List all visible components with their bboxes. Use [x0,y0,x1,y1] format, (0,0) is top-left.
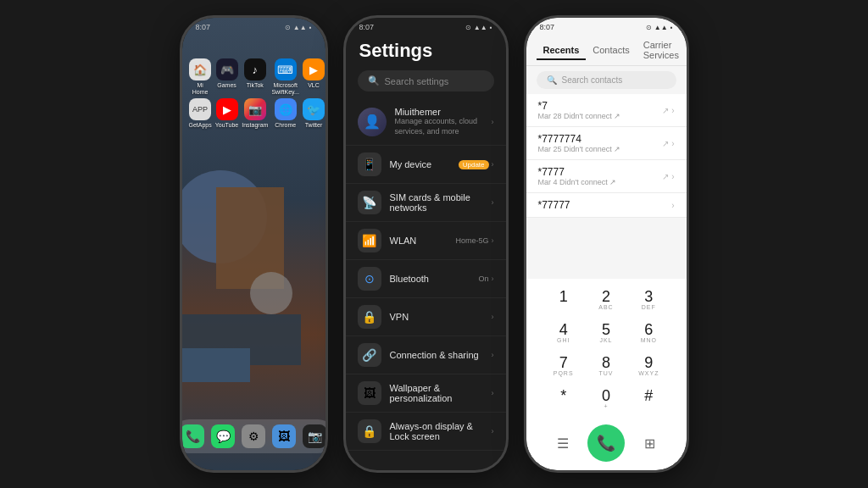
app-games[interactable]: 🎮 Games [215,58,239,95]
update-badge: Update [459,160,489,169]
bluetooth-title: Bluetooth [390,274,470,284]
sim-title: SIM cards & mobile networks [390,192,483,213]
app-mihome[interactable]: 🏠 Mi Home [189,58,212,95]
miuithemer-subtitle: Manage accounts, cloud services, and mor… [395,117,483,136]
settings-search-bar[interactable]: 🔍 Search settings [358,70,494,92]
app-tiktok[interactable]: ♪ TikTok [242,58,268,95]
settings-item-aod[interactable]: 🔒 Always-on display & Lock screen › [346,413,506,451]
dialer-actions: ☰ 📞 ⊞ [526,419,687,470]
outgoing-call-icon: ↗ › [662,106,674,115]
app-youtube[interactable]: ▶ YouTube [215,98,239,129]
time-dialer: 8:07 [540,23,555,31]
recent-item-4[interactable]: *77777 › [526,193,687,218]
status-bar-dialer: 8:07 ⊙ ▲▲ ▪ [526,18,687,33]
status-icons-dialer: ⊙ ▲▲ ▪ [646,24,673,31]
status-icons-settings: ⊙ ▲▲ ▪ [465,24,492,31]
dial-key-8[interactable]: 8 TUV [586,350,626,381]
settings-item-sim[interactable]: 📡 SIM cards & mobile networks › [346,184,506,222]
dial-key-6[interactable]: 6 MNO [628,317,669,348]
recent-date: Mar 28 Didn't connect ↗ [538,112,621,120]
recent-item-1[interactable]: *7 Mar 28 Didn't connect ↗ ↗ › [526,94,687,127]
dial-key-9[interactable]: 9 WXYZ [628,350,669,381]
settings-list: 👤 Miuithemer Manage accounts, cloud serv… [346,98,506,470]
app-twitter[interactable]: 🐦 Twitter [303,98,325,129]
status-bar-home: 8:07 ⊙ ▲▲ ▪ [182,18,326,33]
tab-recents[interactable]: Recents [537,42,587,60]
menu-button[interactable]: ☰ [548,428,578,458]
bluetooth-icon: ⊙ [646,24,652,31]
signal-icon: ▲▲ [474,24,487,31]
settings-item-mydevice[interactable]: 📱 My device Update › [346,146,506,184]
dial-key-1[interactable]: 1 [543,284,584,315]
time-settings: 8:07 [359,23,375,31]
wlan-icon: 📶 [358,229,381,252]
phone-dialer: 8:07 ⊙ ▲▲ ▪ Recents Contacts Carrier Ser… [524,15,689,473]
outgoing-call-icon: ↗ › [662,139,674,148]
settings-title: Settings [346,33,506,67]
chevron-icon: › [492,427,494,435]
bluetooth-icon: ⊙ [285,24,291,31]
battery-icon: ▪ [490,24,492,31]
settings-item-wallpaper[interactable]: 🖼 Wallpaper & personalization › [346,374,506,413]
settings-item-vpn[interactable]: 🔒 VPN › [346,298,506,336]
app-vlc[interactable]: ▶ VLC [303,58,325,95]
tab-contacts[interactable]: Contacts [586,42,636,60]
dock-camera[interactable]: 📷 [303,424,326,448]
recent-item-3[interactable]: *7777 Mar 4 Didn't connect ↗ ↗ › [526,160,687,193]
dock-messages[interactable]: 💬 [211,424,235,448]
recent-item-2[interactable]: *7777774 Mar 25 Didn't connect ↗ ↗ › [526,127,687,160]
app-grid: 🏠 Mi Home 🎮 Games ♪ TikTok ⌨ Microsoft S… [182,50,326,129]
dial-key-3[interactable]: 3 DEF [628,284,669,315]
dial-key-star[interactable]: * [543,383,584,414]
home-screen: 8:07 ⊙ ▲▲ ▪ 🏠 Mi Home 🎮 Games ♪ TikTok [182,18,326,470]
signal-icon: ▲▲ [293,24,307,31]
recent-list: *7 Mar 28 Didn't connect ↗ ↗ › *7777774 … [526,94,687,279]
chevron-icon: › [492,351,494,359]
wlan-network: Home-5G [455,236,488,245]
vpn-icon: 🔒 [358,305,381,329]
dialpad-grid: 1 2 ABC 3 DEF 4 GHI 5 JKL [543,284,670,414]
chevron-icon: › [492,118,494,126]
call-button[interactable]: 📞 [587,424,625,462]
search-icon: 🔍 [547,75,557,85]
connection-icon: 🔗 [358,343,381,367]
outgoing-call-icon: ↗ › [662,172,674,181]
aod-icon: 🔒 [358,419,381,443]
dial-key-7[interactable]: 7 PQRS [543,350,584,381]
search-placeholder: Search settings [385,76,449,86]
settings-item-miuithemer[interactable]: 👤 Miuithemer Manage accounts, cloud serv… [346,98,506,146]
chevron-icon: › [492,236,494,245]
dial-key-2[interactable]: 2 ABC [586,284,626,315]
phone-settings: 8:07 ⊙ ▲▲ ▪ Settings 🔍 Search settings 👤… [343,15,509,473]
app-instagram[interactable]: 📷 Instagram [242,98,268,129]
connection-title: Connection & sharing [390,350,483,360]
wallpaper-title: Wallpaper & personalization [390,383,483,403]
time: 8:07 [196,23,211,31]
tab-carrier-services[interactable]: Carrier Services [637,36,686,65]
dial-key-5[interactable]: 5 JKL [586,317,626,348]
mydevice-title: My device [390,159,450,169]
chevron-icon: › [492,160,494,169]
app-getapps[interactable]: APP GetApps [189,98,212,129]
miuithemer-avatar: 👤 [358,108,387,136]
home-dock: 📞 💬 ⚙ 🖼 📷 [182,419,326,453]
dialer-tabs: Recents Contacts Carrier Services [526,33,687,66]
chevron-icon: › [492,198,494,207]
wallpaper-icon: 🖼 [358,381,381,405]
app-chrome[interactable]: 🌐 Chrome [271,98,299,129]
battery-icon: ▪ [670,24,673,31]
dialer-search-bar[interactable]: 🔍 Search contacts [537,71,676,89]
dial-key-0[interactable]: 0 + [586,383,626,414]
app-swiftkey[interactable]: ⌨ Microsoft SwiftKey... [271,58,299,95]
settings-item-connection[interactable]: 🔗 Connection & sharing › [346,336,506,374]
dock-phone[interactable]: 📞 [182,424,205,448]
dial-key-4[interactable]: 4 GHI [543,317,584,348]
dial-key-hash[interactable]: # [628,383,669,414]
settings-item-wlan[interactable]: 📶 WLAN Home-5G › [346,222,506,260]
mydevice-icon: 📱 [358,152,381,176]
dock-settings[interactable]: ⚙ [242,424,265,448]
dialpad-toggle-button[interactable]: ⊞ [634,428,665,458]
settings-item-bluetooth[interactable]: ⊙ Bluetooth On › [346,260,506,298]
search-icon: 🔍 [368,75,380,86]
dock-gallery[interactable]: 🖼 [272,424,296,448]
